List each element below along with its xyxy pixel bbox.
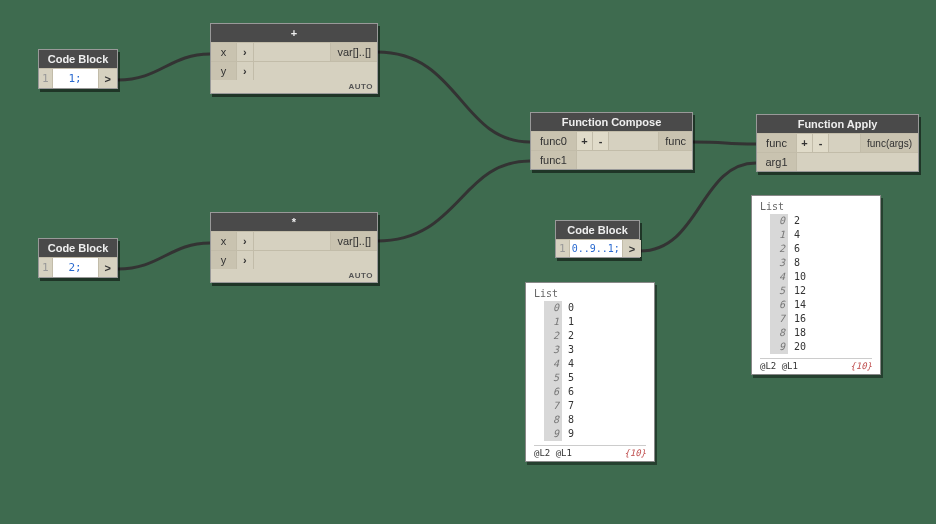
code-input[interactable]: 2;	[53, 258, 99, 277]
spacer	[609, 132, 659, 150]
node-title: *	[211, 213, 377, 231]
list-item: 00	[544, 301, 646, 315]
code-input[interactable]: 0..9..1;	[570, 240, 623, 257]
spacer	[797, 153, 918, 171]
spacer	[254, 251, 377, 269]
preview-list-result: 02142638410512614716818920	[760, 214, 872, 354]
chevron-icon: ›	[237, 62, 254, 80]
preview-label: List	[534, 288, 646, 299]
preview-range: List 00112233445566778899 @L2 @L1 {10}	[525, 282, 655, 462]
list-item: 99	[544, 427, 646, 441]
node-code-block-1[interactable]: Code Block 1 1; >	[38, 49, 118, 89]
remove-input-button[interactable]: -	[813, 134, 829, 152]
node-code-block-2[interactable]: Code Block 1 2; >	[38, 238, 118, 278]
output-port[interactable]: var[]..[]	[331, 232, 377, 250]
list-item: 614	[770, 298, 872, 312]
spacer	[254, 232, 332, 250]
preview-foot-left: @L2 @L1	[534, 448, 572, 458]
spacer	[577, 151, 692, 169]
preview-foot-left: @L2 @L1	[760, 361, 798, 371]
chevron-icon: ›	[237, 232, 254, 250]
node-title: Function Apply	[757, 115, 918, 133]
preview-result: List 02142638410512614716818920 @L2 @L1 …	[751, 195, 881, 375]
list-item: 66	[544, 385, 646, 399]
preview-count: {10}	[624, 448, 646, 458]
output-port[interactable]: func	[659, 132, 692, 150]
spacer	[254, 62, 377, 80]
input-port-arg1[interactable]: arg1	[757, 153, 797, 171]
list-item: 512	[770, 284, 872, 298]
node-function-apply[interactable]: Function Apply func + - func(args) arg1	[756, 114, 919, 172]
add-input-button[interactable]: +	[577, 132, 593, 150]
output-port[interactable]: >	[623, 240, 641, 257]
spacer	[254, 43, 332, 61]
list-item: 55	[544, 371, 646, 385]
lacing-label: AUTO	[211, 80, 377, 93]
chevron-icon: ›	[237, 251, 254, 269]
lacing-label: AUTO	[211, 269, 377, 282]
list-item: 818	[770, 326, 872, 340]
preview-count: {10}	[850, 361, 872, 371]
node-mult[interactable]: * x › var[]..[] y › AUTO	[210, 212, 378, 283]
spacer	[829, 134, 861, 152]
input-port-x[interactable]: x	[211, 232, 237, 250]
input-port-func1[interactable]: func1	[531, 151, 577, 169]
preview-list-range: 00112233445566778899	[534, 301, 646, 441]
output-port[interactable]: var[]..[]	[331, 43, 377, 61]
list-item: 26	[770, 242, 872, 256]
input-port-y[interactable]: y	[211, 251, 237, 269]
input-port-func0[interactable]: func0	[531, 132, 577, 150]
node-function-compose[interactable]: Function Compose func0 + - func func1	[530, 112, 693, 170]
list-item: 410	[770, 270, 872, 284]
output-port[interactable]: func(args)	[861, 134, 918, 152]
preview-label: List	[760, 201, 872, 212]
output-port[interactable]: >	[99, 69, 117, 88]
list-item: 22	[544, 329, 646, 343]
node-title: Code Block	[39, 239, 117, 257]
node-title: Function Compose	[531, 113, 692, 131]
list-item: 02	[770, 214, 872, 228]
code-input[interactable]: 1;	[53, 69, 99, 88]
node-title: Code Block	[556, 221, 639, 239]
output-port[interactable]: >	[99, 258, 117, 277]
node-title: +	[211, 24, 377, 42]
input-port-x[interactable]: x	[211, 43, 237, 61]
line-number: 1	[556, 240, 570, 257]
node-title: Code Block	[39, 50, 117, 68]
list-item: 14	[770, 228, 872, 242]
list-item: 77	[544, 399, 646, 413]
list-item: 920	[770, 340, 872, 354]
list-item: 716	[770, 312, 872, 326]
line-number: 1	[39, 258, 53, 277]
node-code-block-3[interactable]: Code Block 1 0..9..1; >	[555, 220, 640, 258]
input-port-func[interactable]: func	[757, 134, 797, 152]
list-item: 38	[770, 256, 872, 270]
chevron-icon: ›	[237, 43, 254, 61]
list-item: 33	[544, 343, 646, 357]
input-port-y[interactable]: y	[211, 62, 237, 80]
list-item: 11	[544, 315, 646, 329]
remove-input-button[interactable]: -	[593, 132, 609, 150]
add-input-button[interactable]: +	[797, 134, 813, 152]
line-number: 1	[39, 69, 53, 88]
node-plus[interactable]: + x › var[]..[] y › AUTO	[210, 23, 378, 94]
list-item: 44	[544, 357, 646, 371]
list-item: 88	[544, 413, 646, 427]
